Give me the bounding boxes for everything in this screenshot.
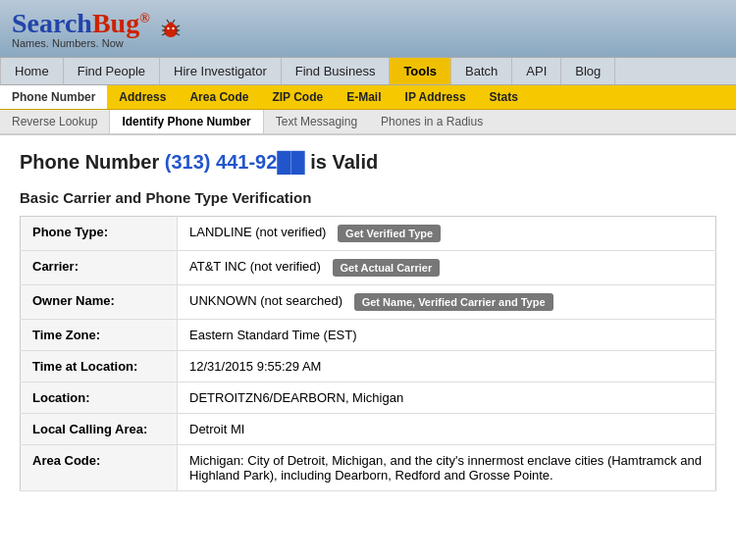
svg-point-1	[167, 26, 169, 28]
get-name-carrier-type-button[interactable]: Get Name, Verified Carrier and Type	[354, 293, 553, 311]
subnav1-stats[interactable]: Stats	[478, 85, 530, 109]
label-owner-name: Owner Name:	[21, 284, 178, 319]
logo-bug-text: Bug	[92, 8, 139, 38]
value-carrier: AT&T INC (not verified) Get Actual Carri…	[178, 250, 716, 284]
label-carrier: Carrier:	[21, 250, 178, 284]
nav-find-business[interactable]: Find Business	[282, 58, 391, 84]
value-area-code: Michigan: City of Detroit, Michigan, and…	[178, 444, 716, 490]
logo-tagline: Names. Numbers. Now	[12, 37, 183, 49]
get-verified-type-button[interactable]: Get Verified Type	[338, 225, 441, 242]
svg-point-3	[168, 22, 174, 26]
content-area: Phone Number (313) 441-92██ is Valid Bas…	[0, 135, 736, 507]
logo: SearchBug®	[12, 8, 183, 41]
subnav1-phone-number[interactable]: Phone Number	[0, 85, 107, 109]
subnav1-address[interactable]: Address	[107, 85, 178, 109]
subnav1-ip-address[interactable]: IP Address	[394, 85, 478, 109]
phone-number-display: (313) 441-92██	[165, 151, 305, 173]
label-location: Location:	[21, 382, 178, 413]
subnav1-area-code[interactable]: Area Code	[178, 85, 260, 109]
subnav2-reverse-lookup[interactable]: Reverse Lookup	[0, 110, 109, 133]
page-title-text: Phone Number	[20, 151, 159, 173]
subnav1-zip-code[interactable]: ZIP Code	[260, 85, 335, 109]
nav-home[interactable]: Home	[0, 58, 64, 84]
table-row: Time at Location: 12/31/2015 9:55:29 AM	[21, 350, 716, 382]
logo-area: SearchBug® Names. Numbers. Now	[12, 8, 183, 49]
table-row: Location: DETROITZN6/DEARBORN, Michigan	[21, 382, 716, 413]
table-row: Carrier: AT&T INC (not verified) Get Act…	[21, 250, 716, 284]
table-row: Owner Name: UNKNOWN (not searched) Get N…	[21, 284, 716, 319]
label-area-code: Area Code:	[21, 444, 178, 490]
subnav2-identify-phone[interactable]: Identify Phone Number	[109, 110, 263, 133]
value-local-calling-area: Detroit MI	[178, 413, 716, 444]
nav-batch[interactable]: Batch	[451, 58, 512, 84]
section-title: Basic Carrier and Phone Type Verificatio…	[20, 189, 716, 206]
sub-nav1: Phone Number Address Area Code ZIP Code …	[0, 85, 736, 110]
value-location: DETROITZN6/DEARBORN, Michigan	[178, 382, 716, 413]
nav-api[interactable]: API	[512, 58, 561, 84]
value-time-zone: Eastern Standard Time (EST)	[178, 319, 716, 350]
page-title: Phone Number (313) 441-92██ is Valid	[20, 151, 716, 174]
nav-tools[interactable]: Tools	[390, 58, 451, 84]
logo-search-text: Search	[12, 8, 92, 38]
nav-hire-investigator[interactable]: Hire Investigator	[160, 58, 282, 84]
subnav1-email[interactable]: E-Mail	[335, 85, 393, 109]
get-actual-carrier-button[interactable]: Get Actual Carrier	[333, 259, 441, 277]
table-row: Local Calling Area: Detroit MI	[21, 413, 716, 444]
svg-line-10	[167, 20, 169, 23]
label-time-at-location: Time at Location:	[21, 350, 178, 382]
table-row: Time Zone: Eastern Standard Time (EST)	[21, 319, 716, 350]
info-table: Phone Type: LANDLINE (not verified) Get …	[20, 216, 716, 491]
label-local-calling-area: Local Calling Area:	[21, 413, 178, 444]
sub-nav2: Reverse Lookup Identify Phone Number Tex…	[0, 110, 736, 135]
svg-point-2	[172, 26, 174, 28]
subnav2-phones-radius[interactable]: Phones in a Radius	[369, 110, 495, 133]
table-row: Phone Type: LANDLINE (not verified) Get …	[21, 216, 716, 250]
label-phone-type: Phone Type:	[21, 216, 178, 250]
nav-blog[interactable]: Blog	[561, 58, 615, 84]
value-owner-name: UNKNOWN (not searched) Get Name, Verifie…	[178, 284, 716, 319]
logo-registered: ®	[139, 11, 149, 25]
label-time-zone: Time Zone:	[21, 319, 178, 350]
header: SearchBug® Names. Numbers. Now	[0, 0, 736, 57]
value-phone-type: LANDLINE (not verified) Get Verified Typ…	[178, 216, 716, 250]
main-nav: Home Find People Hire Investigator Find …	[0, 57, 736, 85]
table-row: Area Code: Michigan: City of Detroit, Mi…	[21, 444, 716, 490]
subnav2-text-messaging[interactable]: Text Messaging	[264, 110, 369, 133]
svg-line-11	[173, 20, 175, 23]
nav-find-people[interactable]: Find People	[64, 58, 160, 84]
value-time-at-location: 12/31/2015 9:55:29 AM	[178, 350, 716, 382]
valid-text: is Valid	[310, 151, 378, 173]
